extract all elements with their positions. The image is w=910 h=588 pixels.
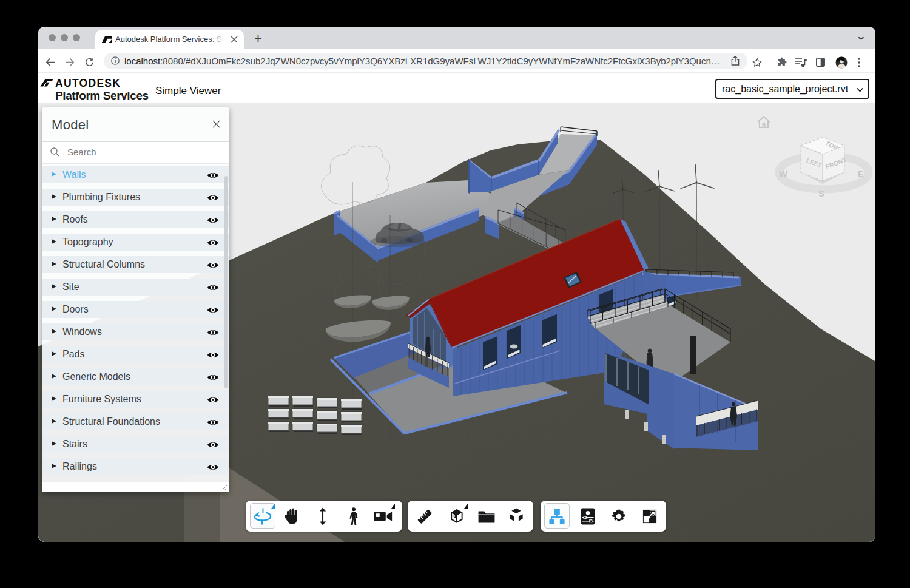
svg-text:Platform Services: Platform Services [55,89,149,102]
svg-text:AUTODESK: AUTODESK [55,78,121,89]
